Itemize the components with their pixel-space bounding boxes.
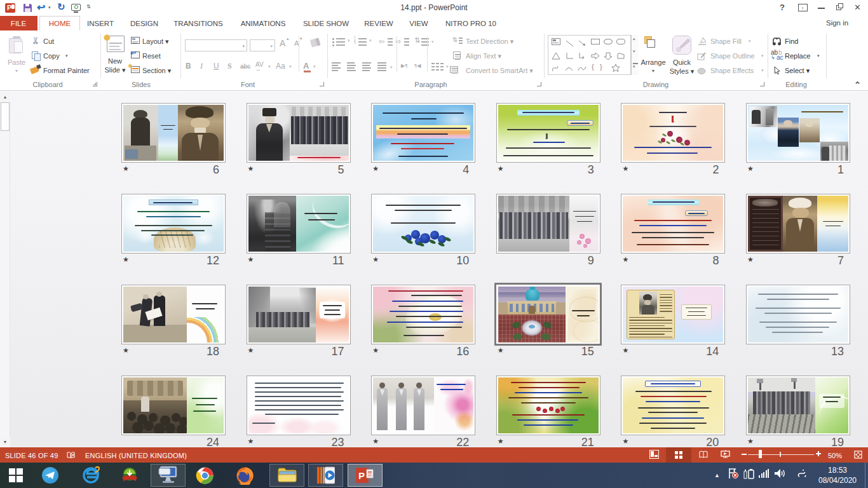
svg-text:P: P: [358, 470, 365, 481]
